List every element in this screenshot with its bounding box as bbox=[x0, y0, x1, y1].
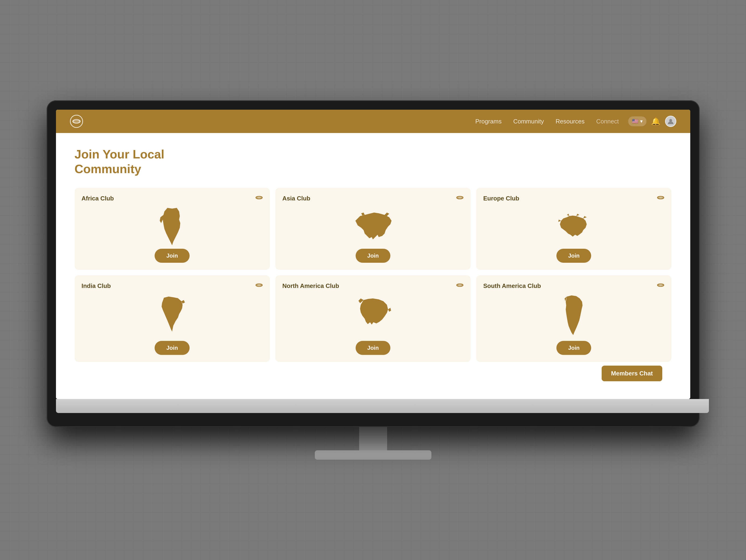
south-america-club-card: South America Club bbox=[476, 275, 671, 362]
main-content: Join Your Local Community Africa Club bbox=[56, 133, 690, 399]
europe-join-button[interactable]: Join bbox=[556, 249, 591, 263]
india-map bbox=[82, 292, 263, 341]
asia-map bbox=[282, 204, 464, 249]
svg-point-7 bbox=[657, 196, 664, 199]
india-club-name: India Club bbox=[82, 282, 111, 289]
svg-point-12 bbox=[457, 284, 463, 286]
bell-icon[interactable]: 🔔 bbox=[651, 117, 660, 126]
svg-point-0 bbox=[73, 119, 80, 123]
nav-programs[interactable]: Programs bbox=[475, 118, 501, 125]
monitor-chin bbox=[56, 399, 709, 413]
nav-community[interactable]: Community bbox=[513, 118, 544, 125]
monitor-wrapper: Programs Community Resources Connect 🇺🇸 … bbox=[47, 100, 699, 460]
asia-club-card: Asia Club bbox=[276, 188, 470, 270]
india-club-card: India Club bbox=[75, 275, 270, 362]
south-america-map bbox=[483, 292, 664, 341]
svg-point-4 bbox=[256, 197, 262, 198]
south-america-club-name: South America Club bbox=[483, 282, 541, 289]
nav-resources[interactable]: Resources bbox=[555, 118, 584, 125]
clubs-grid: Africa Club bbox=[75, 188, 671, 362]
avatar[interactable] bbox=[665, 116, 676, 127]
north-america-club-card: North America Club bbox=[276, 275, 470, 362]
nav-links: Programs Community Resources Connect bbox=[475, 118, 619, 125]
asia-club-icon bbox=[456, 195, 464, 201]
svg-point-9 bbox=[256, 284, 262, 286]
svg-point-14 bbox=[657, 284, 664, 286]
north-america-join-button[interactable]: Join bbox=[355, 341, 391, 355]
india-club-icon bbox=[255, 282, 263, 289]
africa-club-name: Africa Club bbox=[82, 195, 114, 202]
europe-card-header: Europe Club bbox=[483, 195, 664, 202]
africa-card-header: Africa Club bbox=[82, 195, 263, 202]
europe-club-name: Europe Club bbox=[483, 195, 519, 202]
north-america-club-icon bbox=[456, 282, 464, 289]
svg-point-8 bbox=[657, 197, 664, 198]
asia-card-header: Asia Club bbox=[282, 195, 464, 202]
south-america-club-icon bbox=[657, 282, 664, 289]
logo-icon[interactable] bbox=[70, 115, 83, 128]
page-title: Join Your Local Community bbox=[75, 147, 671, 176]
india-card-header: India Club bbox=[82, 282, 263, 289]
india-join-button[interactable]: Join bbox=[154, 341, 189, 355]
north-america-map bbox=[282, 292, 464, 341]
svg-point-3 bbox=[256, 196, 262, 199]
nav-connect[interactable]: Connect bbox=[596, 118, 619, 125]
asia-club-name: Asia Club bbox=[282, 195, 310, 202]
monitor-stand-neck bbox=[359, 427, 387, 450]
flag-button[interactable]: 🇺🇸 ▾ bbox=[628, 116, 647, 126]
europe-club-icon bbox=[657, 195, 664, 201]
nav-right: 🇺🇸 ▾ 🔔 bbox=[628, 116, 676, 127]
north-america-club-name: North America Club bbox=[282, 282, 339, 289]
south-america-card-header: South America Club bbox=[483, 282, 664, 289]
africa-join-button[interactable]: Join bbox=[154, 249, 189, 263]
svg-point-13 bbox=[657, 284, 664, 286]
svg-point-11 bbox=[457, 284, 463, 286]
svg-point-5 bbox=[457, 196, 463, 199]
monitor-screen: Programs Community Resources Connect 🇺🇸 … bbox=[56, 110, 690, 399]
africa-map bbox=[82, 204, 263, 249]
north-america-card-header: North America Club bbox=[282, 282, 464, 289]
europe-map bbox=[483, 204, 664, 249]
svg-point-6 bbox=[457, 197, 463, 198]
africa-club-card: Africa Club bbox=[75, 188, 270, 270]
monitor-stand-base bbox=[315, 450, 431, 460]
chat-bar: Members Chat bbox=[75, 362, 671, 385]
logo-area bbox=[70, 115, 83, 128]
monitor-frame: Programs Community Resources Connect 🇺🇸 … bbox=[47, 100, 699, 427]
navbar: Programs Community Resources Connect 🇺🇸 … bbox=[56, 110, 690, 133]
members-chat-button[interactable]: Members Chat bbox=[602, 366, 662, 381]
europe-club-card: Europe Club bbox=[476, 188, 671, 270]
south-america-join-button[interactable]: Join bbox=[556, 341, 591, 355]
flag-icon: 🇺🇸 bbox=[632, 118, 638, 124]
chevron-down-icon: ▾ bbox=[640, 118, 643, 124]
asia-join-button[interactable]: Join bbox=[355, 249, 391, 263]
svg-point-10 bbox=[256, 284, 262, 286]
svg-point-1 bbox=[73, 121, 80, 122]
africa-club-icon bbox=[255, 195, 263, 201]
